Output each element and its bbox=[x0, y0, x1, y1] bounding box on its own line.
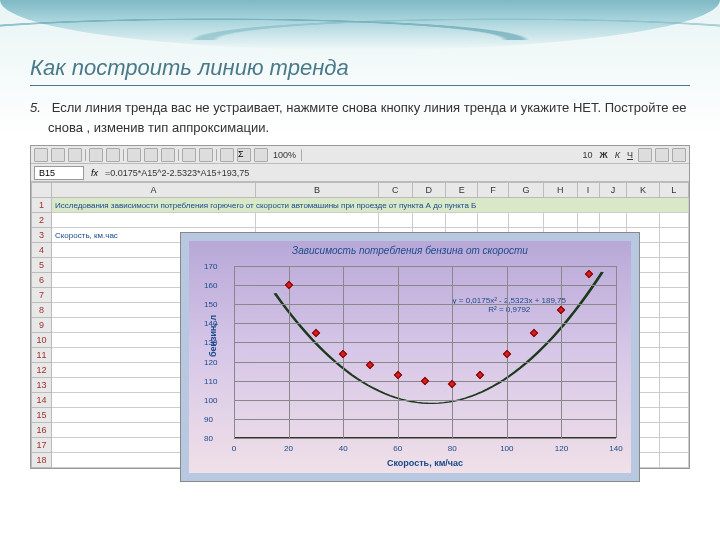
cell[interactable] bbox=[659, 258, 689, 273]
formula-text[interactable]: =0.0175*A15^2-2.5323*A15+193,75 bbox=[105, 168, 249, 178]
x-tick-label: 60 bbox=[393, 444, 402, 453]
col-header[interactable]: E bbox=[446, 183, 478, 198]
chart-object[interactable]: Зависимость потребления бензина от скоро… bbox=[180, 232, 640, 482]
cell[interactable] bbox=[446, 213, 478, 228]
col-header[interactable]: I bbox=[577, 183, 599, 198]
cell[interactable] bbox=[256, 213, 379, 228]
col-header[interactable]: C bbox=[378, 183, 412, 198]
cell[interactable] bbox=[659, 423, 689, 438]
align-left-icon[interactable] bbox=[638, 148, 652, 162]
cell[interactable] bbox=[659, 318, 689, 333]
cell[interactable] bbox=[599, 213, 627, 228]
row-header[interactable]: 13 bbox=[32, 378, 52, 393]
step-body: Если линия тренда вас не устраивает, наж… bbox=[48, 100, 687, 135]
chart-title: Зависимость потребления бензина от скоро… bbox=[189, 241, 631, 260]
row-header[interactable]: 16 bbox=[32, 423, 52, 438]
cell[interactable] bbox=[659, 333, 689, 348]
chart-plot-area: Зависимость потребления бензина от скоро… bbox=[189, 241, 631, 473]
cell[interactable] bbox=[659, 408, 689, 423]
cut-icon[interactable] bbox=[127, 148, 141, 162]
col-header[interactable]: F bbox=[478, 183, 509, 198]
new-icon[interactable] bbox=[34, 148, 48, 162]
preview-icon[interactable] bbox=[106, 148, 120, 162]
cell[interactable] bbox=[378, 213, 412, 228]
cell[interactable] bbox=[627, 213, 659, 228]
col-header[interactable]: K bbox=[627, 183, 659, 198]
y-tick-label: 170 bbox=[204, 262, 614, 271]
x-tick-label: 100 bbox=[500, 444, 513, 453]
cell[interactable] bbox=[659, 363, 689, 378]
zoom-value[interactable]: 100% bbox=[271, 150, 298, 160]
y-tick-label: 100 bbox=[204, 395, 614, 404]
paste-icon[interactable] bbox=[161, 148, 175, 162]
row-header[interactable]: 11 bbox=[32, 348, 52, 363]
cell[interactable] bbox=[659, 228, 689, 243]
y-tick-label: 150 bbox=[204, 300, 614, 309]
row-header[interactable]: 12 bbox=[32, 363, 52, 378]
cell[interactable] bbox=[659, 273, 689, 288]
cell[interactable] bbox=[659, 453, 689, 468]
underline-button[interactable]: Ч bbox=[625, 150, 635, 160]
separator bbox=[301, 149, 302, 161]
formula-bar: B15 fx =0.0175*A15^2-2.5323*A15+193,75 bbox=[31, 164, 689, 182]
cell[interactable] bbox=[659, 303, 689, 318]
undo-icon[interactable] bbox=[182, 148, 196, 162]
italic-button[interactable]: К bbox=[613, 150, 622, 160]
row-header[interactable]: 3 bbox=[32, 228, 52, 243]
fx-icon[interactable]: fx bbox=[87, 168, 102, 178]
cell[interactable] bbox=[478, 213, 509, 228]
row-header[interactable]: 6 bbox=[32, 273, 52, 288]
col-header[interactable]: A bbox=[52, 183, 256, 198]
col-header[interactable]: L bbox=[659, 183, 689, 198]
col-header[interactable]: H bbox=[544, 183, 578, 198]
row-header[interactable]: 4 bbox=[32, 243, 52, 258]
cell[interactable] bbox=[659, 378, 689, 393]
sort-icon[interactable] bbox=[220, 148, 234, 162]
chart-icon[interactable] bbox=[254, 148, 268, 162]
cell[interactable] bbox=[412, 213, 446, 228]
row-header[interactable]: 7 bbox=[32, 288, 52, 303]
cell[interactable] bbox=[659, 438, 689, 453]
row-header[interactable]: 10 bbox=[32, 333, 52, 348]
row-header[interactable]: 8 bbox=[32, 303, 52, 318]
y-tick-label: 130 bbox=[204, 338, 614, 347]
cell[interactable] bbox=[659, 348, 689, 363]
cell[interactable] bbox=[659, 243, 689, 258]
font-size[interactable]: 10 bbox=[581, 150, 595, 160]
cell[interactable] bbox=[659, 288, 689, 303]
bold-button[interactable]: Ж bbox=[598, 150, 610, 160]
cell[interactable] bbox=[659, 213, 689, 228]
row-header[interactable]: 2 bbox=[32, 213, 52, 228]
gridline-v bbox=[561, 266, 562, 438]
copy-icon[interactable] bbox=[144, 148, 158, 162]
row-header[interactable]: 14 bbox=[32, 393, 52, 408]
row-header[interactable]: 18 bbox=[32, 453, 52, 468]
row-header[interactable]: 15 bbox=[32, 408, 52, 423]
save-icon[interactable] bbox=[68, 148, 82, 162]
gridline-v bbox=[398, 266, 399, 438]
gridline-v bbox=[234, 266, 235, 438]
align-right-icon[interactable] bbox=[672, 148, 686, 162]
redo-icon[interactable] bbox=[199, 148, 213, 162]
row-header[interactable]: 9 bbox=[32, 318, 52, 333]
col-header[interactable]: D bbox=[412, 183, 446, 198]
print-icon[interactable] bbox=[89, 148, 103, 162]
name-box[interactable]: B15 bbox=[34, 166, 84, 180]
col-header[interactable]: B bbox=[256, 183, 379, 198]
cell[interactable] bbox=[52, 213, 256, 228]
sum-icon[interactable]: Σ bbox=[237, 148, 251, 162]
cell[interactable] bbox=[659, 393, 689, 408]
cell[interactable] bbox=[544, 213, 578, 228]
row-header[interactable]: 17 bbox=[32, 438, 52, 453]
open-icon[interactable] bbox=[51, 148, 65, 162]
y-tick-label: 90 bbox=[204, 414, 614, 423]
align-center-icon[interactable] bbox=[655, 148, 669, 162]
col-header[interactable]: J bbox=[599, 183, 627, 198]
col-header[interactable]: G bbox=[508, 183, 543, 198]
title-cell[interactable]: Исследования зависимости потребления гор… bbox=[52, 198, 689, 213]
separator bbox=[178, 149, 179, 161]
cell[interactable] bbox=[508, 213, 543, 228]
row-header[interactable]: 1 bbox=[32, 198, 52, 213]
row-header[interactable]: 5 bbox=[32, 258, 52, 273]
cell[interactable] bbox=[577, 213, 599, 228]
